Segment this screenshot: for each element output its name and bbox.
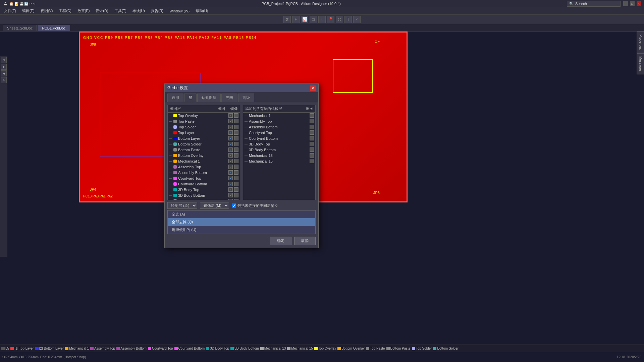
layer-output-checkbox[interactable] [228,142,233,146]
component-tool[interactable]: □ [310,16,317,23]
line-tool[interactable]: ∕ [353,16,361,23]
right-layer-checkbox[interactable] [310,136,314,140]
status-layer-badge[interactable]: Top Solder [412,347,432,350]
layer-output-checkbox[interactable] [228,199,233,200]
maximize-button[interactable]: □ [630,1,635,6]
layer-mirror-checkbox[interactable] [234,147,238,152]
right-layer-row[interactable]: — Courtyard Top [243,130,315,135]
status-layer-badge[interactable]: 3D Body Bottom [230,347,259,350]
chart-tool[interactable]: 📊 [301,16,308,23]
status-layer-badge[interactable]: Mechanical 1 [65,347,89,350]
dropdown-item-0[interactable]: 全选 (A) [168,210,315,218]
minimize-button[interactable]: ─ [623,1,628,6]
layer-mirror-checkbox[interactable] [234,136,238,140]
layer-output-checkbox[interactable] [228,193,233,197]
cancel-button[interactable]: 取消 [294,237,316,245]
layer-mirror-checkbox[interactable] [234,182,238,186]
layer-mirror-checkbox[interactable] [234,193,238,197]
menu-item-10[interactable]: 帮助(H) [193,8,211,14]
dlg-tab-drill[interactable]: 钻孔图层 [197,94,221,102]
status-layer-badge[interactable]: Bottom Solder [433,347,458,350]
layer-mirror-checkbox[interactable] [234,130,238,135]
right-layer-row[interactable]: — Mechanical 15 [243,158,315,164]
wire-tool[interactable]: ⌇ [318,16,326,23]
layer-row[interactable]: — 3D Body Top [168,187,240,192]
layer-mirror-checkbox[interactable] [234,165,238,169]
properties-panel-tab[interactable]: Properties [637,32,644,53]
menu-item-0[interactable]: 文件(F) [1,8,19,14]
layer-row[interactable]: — Top Paste [168,118,240,124]
sidebar-btn-3[interactable]: ◀ [1,70,7,76]
tab-pcb[interactable]: PCB1.PcbDoc [38,25,70,31]
layer-mirror-checkbox[interactable] [234,119,238,123]
dlg-tab-layers[interactable]: 层 [184,94,197,102]
right-layer-row[interactable]: — Assembly Bottom [243,124,315,130]
layer-row[interactable]: — Top Layer [168,130,240,135]
layer-output-checkbox[interactable] [228,130,233,135]
filter-tool[interactable]: ⧖ [283,16,291,23]
dialog-close-button[interactable]: ✕ [310,85,316,91]
layer-row[interactable]: — Mechanical 1 [168,158,240,164]
layer-output-checkbox[interactable] [228,153,233,158]
right-layer-checkbox[interactable] [310,125,314,129]
draw-layers-select[interactable]: 绘制层 (绘) [167,202,197,209]
layer-output-checkbox[interactable] [228,187,233,192]
text-tool[interactable]: T [344,16,352,23]
dropdown-item-1[interactable]: 全部去掉 (Q) [168,218,315,226]
status-layer-badge[interactable]: Assembly Bottom [116,347,147,350]
sidebar-btn-2[interactable]: ▶ [1,64,7,70]
status-layer-badge[interactable]: Top Paste [366,347,385,350]
layer-mirror-checkbox[interactable] [234,187,238,192]
right-layer-row[interactable]: — 3D Body Bottom [243,147,315,153]
menu-item-8[interactable]: 报告(R) [148,8,166,14]
right-layer-checkbox[interactable] [310,142,314,146]
right-layer-checkbox[interactable] [310,119,314,123]
right-layer-checkbox[interactable] [310,153,314,158]
layer-mirror-checkbox[interactable] [234,142,238,146]
status-layer-badge[interactable]: Bottom Paste [386,347,411,350]
dlg-tab-general[interactable]: 通用 [167,94,183,102]
status-layer-badge[interactable]: L5 [1,347,9,350]
layer-output-checkbox[interactable] [228,147,233,152]
layer-row[interactable]: — Courtyard Top [168,175,240,181]
layer-output-checkbox[interactable] [228,119,233,123]
right-layer-row[interactable]: — Assembly Top [243,118,315,124]
layer-mirror-checkbox[interactable] [234,199,238,200]
layer-row[interactable]: — Assembly Bottom [168,170,240,175]
layer-output-checkbox[interactable] [228,125,233,129]
unconnected-pads-checkbox[interactable] [232,203,236,208]
tab-schematic[interactable]: Sheet1.SchDoc [3,25,37,31]
status-layer-badge[interactable]: Courtyard Bottom [174,347,205,350]
layer-row[interactable]: — Mechanical 13 [168,198,240,200]
right-layer-checkbox[interactable] [310,113,314,118]
layer-output-checkbox[interactable] [228,159,233,163]
menu-item-9[interactable]: Window (W) [167,8,192,14]
menu-item-1[interactable]: 编辑(E) [19,8,37,14]
layer-row[interactable]: — Bottom Paste [168,147,240,153]
pin-tool[interactable]: 📍 [327,16,334,23]
menu-item-6[interactable]: 工具(T) [112,8,129,14]
status-layer-badge[interactable]: Courtyard Top [148,347,173,350]
dlg-tab-aperture[interactable]: 光圈 [221,94,237,102]
layer-mirror-checkbox[interactable] [234,170,238,175]
menu-item-3[interactable]: 工程(C) [56,8,74,14]
right-layer-checkbox[interactable] [310,130,314,135]
menu-item-2[interactable]: 视图(V) [38,8,56,14]
right-layer-checkbox[interactable] [310,147,314,152]
layer-output-checkbox[interactable] [228,113,233,118]
layer-row[interactable]: — Top Solder [168,124,240,130]
layer-row[interactable]: — Bottom Layer [168,135,240,141]
menu-item-5[interactable]: 设计(D) [93,8,111,14]
status-layer-badge[interactable]: Assembly Top [90,347,115,350]
messages-panel-tab[interactable]: Messages [637,53,644,75]
ok-button[interactable]: 确定 [270,237,291,245]
layer-output-checkbox[interactable] [228,165,233,169]
menu-item-4[interactable]: 放置(P) [75,8,93,14]
status-layer-badge[interactable]: Top Overlay [314,347,336,350]
dlg-tab-advanced[interactable]: 高级 [238,94,254,102]
poly-tool[interactable]: ⬡ [336,16,343,23]
layer-output-checkbox[interactable] [228,136,233,140]
layer-mirror-checkbox[interactable] [234,125,238,129]
right-layer-checkbox[interactable] [310,159,314,163]
layer-row[interactable]: — Top Overlay [168,113,240,118]
